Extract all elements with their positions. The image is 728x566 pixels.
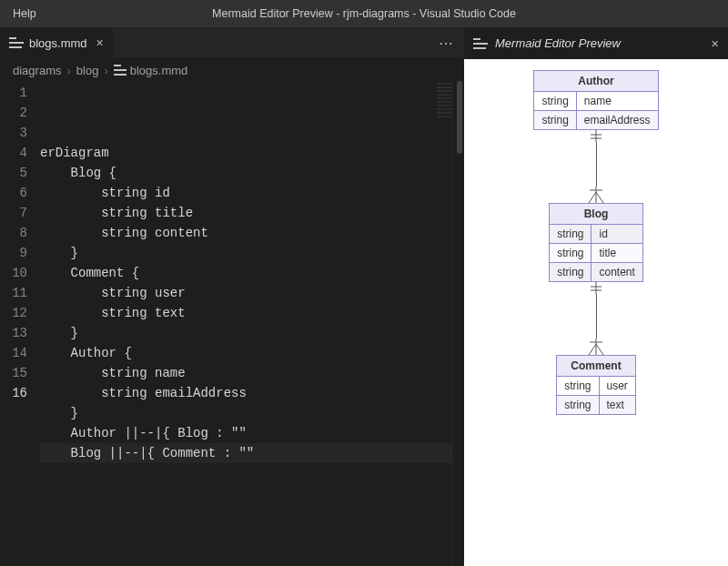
- tab-label: blogs.mmd: [29, 36, 87, 50]
- chevron-right-icon: ›: [65, 64, 72, 77]
- preview-panel: Mermaid Editor Preview × Authorstringnam…: [464, 27, 728, 566]
- line-number: 4: [0, 143, 27, 163]
- entity-cell: user: [599, 377, 635, 396]
- line-number: 14: [0, 343, 27, 363]
- entity-cell: string: [534, 92, 576, 111]
- line-number: 11: [0, 283, 27, 303]
- entity-author: AuthorstringnamestringemailAddress: [533, 70, 658, 130]
- breadcrumb-folder[interactable]: blog: [76, 64, 99, 77]
- entity-cell: string: [557, 396, 599, 415]
- code-line: }: [40, 323, 464, 343]
- preview-canvas[interactable]: AuthorstringnamestringemailAddress Blogs…: [464, 59, 728, 566]
- preview-icon: [473, 43, 488, 45]
- line-number: 10: [0, 263, 27, 283]
- code-line: string title: [40, 203, 464, 223]
- line-number: 12: [0, 303, 27, 323]
- code-line: string user: [40, 283, 464, 303]
- line-number: 7: [0, 203, 27, 223]
- code-editor[interactable]: 12345678910111213141516 erDiagram Blog {…: [0, 81, 464, 566]
- entity-comment: Commentstringuserstringtext: [556, 355, 636, 415]
- tab-mermaid-preview[interactable]: Mermaid Editor Preview ×: [464, 27, 728, 59]
- line-number: 2: [0, 103, 27, 123]
- svg-line-13: [596, 344, 603, 355]
- entity-cell: id: [592, 225, 642, 244]
- code-content[interactable]: erDiagram Blog { string id string title …: [40, 81, 464, 566]
- tabs-bar: blogs.mmd × ⋯: [0, 27, 464, 59]
- entity-cell: name: [576, 92, 658, 111]
- code-line: string name: [40, 363, 464, 383]
- entity-title: Blog: [550, 204, 643, 225]
- menu-help[interactable]: Help: [7, 5, 42, 22]
- line-number: 9: [0, 243, 27, 263]
- code-line: string content: [40, 223, 464, 243]
- cardinality-many-icon: [587, 339, 605, 355]
- cardinality-many-icon: [587, 187, 605, 203]
- more-icon[interactable]: ⋯: [439, 35, 453, 52]
- svg-line-6: [596, 192, 603, 203]
- entity-blog: Blogstringidstringtitlestringcontent: [549, 203, 643, 282]
- entity-cell: emailAddress: [576, 111, 658, 130]
- cardinality-one-icon: [587, 130, 605, 143]
- entity-cell: content: [592, 263, 642, 282]
- line-number: 3: [0, 123, 27, 143]
- entity-title: Author: [534, 71, 658, 92]
- entity-title: Comment: [557, 356, 636, 377]
- code-line: Author {: [40, 343, 464, 363]
- entity-cell: string: [550, 244, 592, 263]
- code-line: }: [40, 243, 464, 263]
- breadcrumb-file[interactable]: blogs.mmd: [130, 64, 188, 77]
- file-icon: [114, 69, 126, 71]
- code-line: Blog ||--|{ Comment : "": [40, 443, 464, 463]
- entity-cell: string: [550, 225, 592, 244]
- code-line: string id: [40, 183, 464, 203]
- breadcrumb[interactable]: diagrams › blog › blogs.mmd: [0, 59, 464, 81]
- code-line: string emailAddress: [40, 383, 464, 403]
- cardinality-one-icon: [587, 282, 605, 295]
- svg-line-5: [589, 192, 596, 203]
- line-number: 8: [0, 223, 27, 243]
- line-number: 15: [0, 363, 27, 383]
- preview-tab-label: Mermaid Editor Preview: [495, 36, 621, 50]
- breadcrumb-folder[interactable]: diagrams: [13, 64, 61, 77]
- code-line: Blog {: [40, 163, 464, 183]
- line-number: 13: [0, 323, 27, 343]
- preview-tabs-bar: Mermaid Editor Preview ×: [464, 27, 728, 59]
- relation-author-blog: [587, 130, 605, 203]
- line-number: 1: [0, 83, 27, 103]
- code-line: string text: [40, 303, 464, 323]
- close-icon[interactable]: ×: [93, 35, 104, 50]
- workbench: blogs.mmd × ⋯ diagrams › blog › blogs.mm…: [0, 27, 728, 566]
- code-line: Comment {: [40, 263, 464, 283]
- entity-cell: title: [592, 244, 642, 263]
- code-line: }: [40, 403, 464, 423]
- menubar: Help Mermaid Editor Preview - rjm-diagra…: [0, 0, 728, 27]
- entity-cell: string: [557, 377, 599, 396]
- gutter: 12345678910111213141516: [0, 81, 40, 566]
- svg-line-12: [589, 344, 596, 355]
- tab-blogs-mmd[interactable]: blogs.mmd ×: [0, 27, 114, 59]
- window-title: Mermaid Editor Preview - rjm-diagrams - …: [212, 7, 516, 20]
- chevron-right-icon: ›: [102, 64, 109, 77]
- entity-cell: text: [599, 396, 635, 415]
- entity-cell: string: [550, 263, 592, 282]
- editor-group: blogs.mmd × ⋯ diagrams › blog › blogs.mm…: [0, 27, 464, 566]
- tab-actions: ⋯: [428, 35, 464, 52]
- line-number: 16: [0, 383, 27, 403]
- code-line: erDiagram: [40, 143, 464, 163]
- close-icon[interactable]: ×: [711, 35, 719, 51]
- code-line: Author ||--|{ Blog : "": [40, 423, 464, 443]
- scrollbar-vertical[interactable]: [451, 81, 464, 566]
- line-number: 6: [0, 183, 27, 203]
- file-icon: [9, 42, 24, 44]
- line-number: 5: [0, 163, 27, 183]
- entity-cell: string: [534, 111, 576, 130]
- relation-blog-comment: [587, 282, 605, 355]
